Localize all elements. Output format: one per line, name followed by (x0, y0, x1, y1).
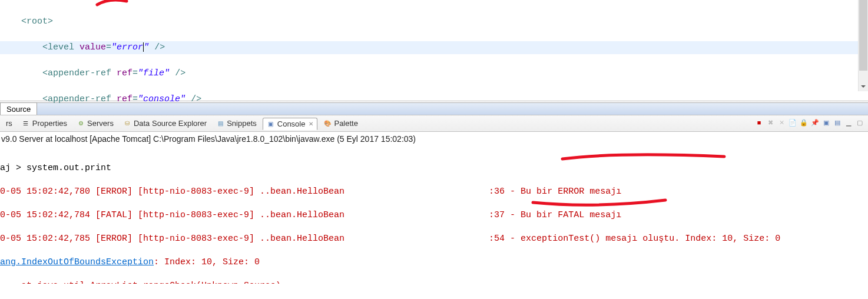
console-toolbar: ■ ✖ ⨯ 📄 🔒 📌 ▣ ▤ ▁ ▢ (754, 118, 864, 127)
exception-link[interactable]: ang.IndexOutOfBoundsException (0, 257, 154, 267)
minimize-icon[interactable]: ▁ (844, 118, 853, 127)
console-output[interactable]: aj > system.out.print 0-05 15:02:42,780 … (0, 146, 868, 284)
console-line: 0-05 15:02:42,784 [FATAL] [http-nio-8083… (0, 210, 868, 221)
code-line[interactable]: <appender-ref ref="console" /> (0, 93, 868, 106)
open-console-icon[interactable]: ▤ (833, 118, 842, 127)
code-line[interactable]: <appender-ref ref="file" /> (0, 67, 868, 80)
scrollbar-thumb[interactable] (859, 0, 867, 71)
console-icon: ▣ (267, 119, 275, 128)
console-line: aj > system.out.print (0, 162, 868, 174)
tab-console[interactable]: ▣ Console ✕ (263, 118, 318, 130)
servers-icon: ⚙ (77, 119, 85, 128)
console-line: ang.IndexOutOfBoundsException: Index: 10… (0, 257, 868, 268)
scroll-lock-icon[interactable]: 🔒 (799, 118, 809, 127)
terminate-icon[interactable]: ■ (754, 118, 764, 127)
maximize-icon[interactable]: ▢ (855, 118, 864, 127)
snippets-icon: ▤ (216, 119, 224, 128)
code-line[interactable]: <level value="error" /> (0, 41, 868, 54)
remove-all-icon[interactable]: ⨯ (777, 118, 786, 127)
tab-datasource[interactable]: ⛁ Data Source Explorer (120, 118, 210, 129)
scroll-down-button[interactable] (859, 81, 868, 91)
tab-servers[interactable]: ⚙ Servers (73, 118, 117, 129)
console-line: at java.util.ArrayList.rangeCheck(Unknow… (0, 280, 868, 284)
views-tab-bar: rs ☰ Properties ⚙ Servers ⛁ Data Source … (0, 115, 868, 132)
vertical-scrollbar[interactable] (858, 0, 868, 91)
properties-icon: ☰ (22, 119, 30, 128)
tab-snippets[interactable]: ▤ Snippets (213, 118, 260, 129)
tab-palette[interactable]: 🎨 Palette (320, 118, 361, 129)
xml-editor[interactable]: <root> <level value="error" /> <appender… (0, 0, 868, 101)
tab-markers[interactable]: rs (2, 118, 16, 129)
clear-console-icon[interactable]: 📄 (788, 118, 797, 127)
palette-icon: 🎨 (323, 119, 332, 128)
chevron-down-icon (861, 85, 866, 88)
datasource-icon: ⛁ (123, 119, 131, 128)
tab-properties[interactable]: ☰ Properties (18, 118, 71, 129)
code-line[interactable]: <root> (0, 15, 868, 28)
display-console-icon[interactable]: ▣ (821, 118, 831, 127)
close-icon[interactable]: ✕ (309, 121, 313, 127)
console-line: 0-05 15:02:42,785 [ERROR] [http-nio-8083… (0, 233, 868, 245)
console-line: 0-05 15:02:42,780 [ERROR] [http-nio-8083… (0, 186, 868, 198)
pin-console-icon[interactable]: 📌 (810, 118, 820, 127)
remove-launch-icon[interactable]: ✖ (766, 118, 775, 127)
